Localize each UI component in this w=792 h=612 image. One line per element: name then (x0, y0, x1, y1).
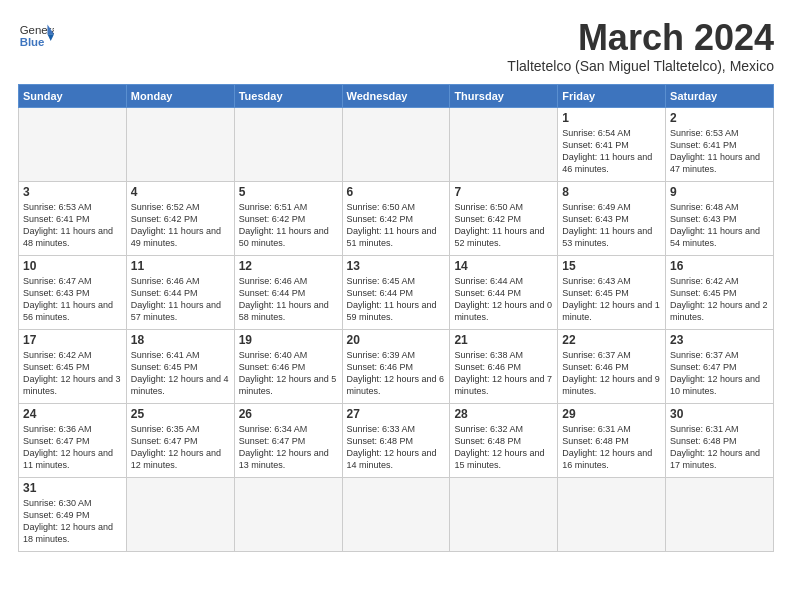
calendar-cell: 10Sunrise: 6:47 AM Sunset: 6:43 PM Dayli… (19, 255, 127, 329)
calendar-cell (666, 477, 774, 551)
day-number: 10 (23, 259, 122, 273)
day-number: 19 (239, 333, 338, 347)
day-number: 16 (670, 259, 769, 273)
calendar-cell (342, 107, 450, 181)
day-number: 9 (670, 185, 769, 199)
svg-marker-3 (47, 34, 54, 41)
calendar-cell: 28Sunrise: 6:32 AM Sunset: 6:48 PM Dayli… (450, 403, 558, 477)
day-number: 20 (347, 333, 446, 347)
calendar-cell: 25Sunrise: 6:35 AM Sunset: 6:47 PM Dayli… (126, 403, 234, 477)
day-info: Sunrise: 6:52 AM Sunset: 6:42 PM Dayligh… (131, 201, 230, 250)
day-info: Sunrise: 6:46 AM Sunset: 6:44 PM Dayligh… (239, 275, 338, 324)
week-row-3: 17Sunrise: 6:42 AM Sunset: 6:45 PM Dayli… (19, 329, 774, 403)
calendar-cell (126, 477, 234, 551)
calendar-table: SundayMondayTuesdayWednesdayThursdayFrid… (18, 84, 774, 552)
calendar-cell: 27Sunrise: 6:33 AM Sunset: 6:48 PM Dayli… (342, 403, 450, 477)
calendar-cell: 13Sunrise: 6:45 AM Sunset: 6:44 PM Dayli… (342, 255, 450, 329)
calendar-cell: 21Sunrise: 6:38 AM Sunset: 6:46 PM Dayli… (450, 329, 558, 403)
weekday-header-tuesday: Tuesday (234, 84, 342, 107)
calendar-cell: 18Sunrise: 6:41 AM Sunset: 6:45 PM Dayli… (126, 329, 234, 403)
calendar-cell: 19Sunrise: 6:40 AM Sunset: 6:46 PM Dayli… (234, 329, 342, 403)
day-number: 2 (670, 111, 769, 125)
day-number: 26 (239, 407, 338, 421)
weekday-header-thursday: Thursday (450, 84, 558, 107)
calendar-cell: 26Sunrise: 6:34 AM Sunset: 6:47 PM Dayli… (234, 403, 342, 477)
week-row-2: 10Sunrise: 6:47 AM Sunset: 6:43 PM Dayli… (19, 255, 774, 329)
day-info: Sunrise: 6:37 AM Sunset: 6:46 PM Dayligh… (562, 349, 661, 398)
calendar-page: General Blue March 2024 Tlaltetelco (San… (0, 0, 792, 562)
calendar-cell: 17Sunrise: 6:42 AM Sunset: 6:45 PM Dayli… (19, 329, 127, 403)
calendar-cell: 7Sunrise: 6:50 AM Sunset: 6:42 PM Daylig… (450, 181, 558, 255)
calendar-cell (450, 107, 558, 181)
day-info: Sunrise: 6:38 AM Sunset: 6:46 PM Dayligh… (454, 349, 553, 398)
calendar-cell: 8Sunrise: 6:49 AM Sunset: 6:43 PM Daylig… (558, 181, 666, 255)
day-number: 24 (23, 407, 122, 421)
day-number: 15 (562, 259, 661, 273)
calendar-cell: 2Sunrise: 6:53 AM Sunset: 6:41 PM Daylig… (666, 107, 774, 181)
calendar-cell: 20Sunrise: 6:39 AM Sunset: 6:46 PM Dayli… (342, 329, 450, 403)
day-number: 21 (454, 333, 553, 347)
day-info: Sunrise: 6:40 AM Sunset: 6:46 PM Dayligh… (239, 349, 338, 398)
week-row-1: 3Sunrise: 6:53 AM Sunset: 6:41 PM Daylig… (19, 181, 774, 255)
day-number: 18 (131, 333, 230, 347)
day-number: 8 (562, 185, 661, 199)
day-info: Sunrise: 6:43 AM Sunset: 6:45 PM Dayligh… (562, 275, 661, 324)
weekday-header-saturday: Saturday (666, 84, 774, 107)
day-info: Sunrise: 6:34 AM Sunset: 6:47 PM Dayligh… (239, 423, 338, 472)
day-info: Sunrise: 6:53 AM Sunset: 6:41 PM Dayligh… (670, 127, 769, 176)
day-number: 22 (562, 333, 661, 347)
logo-icon: General Blue (18, 18, 54, 54)
day-number: 25 (131, 407, 230, 421)
calendar-cell: 15Sunrise: 6:43 AM Sunset: 6:45 PM Dayli… (558, 255, 666, 329)
day-info: Sunrise: 6:41 AM Sunset: 6:45 PM Dayligh… (131, 349, 230, 398)
day-info: Sunrise: 6:54 AM Sunset: 6:41 PM Dayligh… (562, 127, 661, 176)
calendar-cell: 11Sunrise: 6:46 AM Sunset: 6:44 PM Dayli… (126, 255, 234, 329)
day-info: Sunrise: 6:50 AM Sunset: 6:42 PM Dayligh… (347, 201, 446, 250)
title-block: March 2024 Tlaltetelco (San Miguel Tlalt… (507, 18, 774, 74)
day-number: 12 (239, 259, 338, 273)
day-number: 5 (239, 185, 338, 199)
day-number: 3 (23, 185, 122, 199)
day-info: Sunrise: 6:53 AM Sunset: 6:41 PM Dayligh… (23, 201, 122, 250)
day-info: Sunrise: 6:44 AM Sunset: 6:44 PM Dayligh… (454, 275, 553, 324)
calendar-cell (342, 477, 450, 551)
day-number: 30 (670, 407, 769, 421)
calendar-cell (19, 107, 127, 181)
week-row-0: 1Sunrise: 6:54 AM Sunset: 6:41 PM Daylig… (19, 107, 774, 181)
day-info: Sunrise: 6:42 AM Sunset: 6:45 PM Dayligh… (23, 349, 122, 398)
calendar-cell: 31Sunrise: 6:30 AM Sunset: 6:49 PM Dayli… (19, 477, 127, 551)
day-number: 17 (23, 333, 122, 347)
location-title: Tlaltetelco (San Miguel Tlaltetelco), Me… (507, 58, 774, 74)
calendar-cell: 3Sunrise: 6:53 AM Sunset: 6:41 PM Daylig… (19, 181, 127, 255)
calendar-cell: 30Sunrise: 6:31 AM Sunset: 6:48 PM Dayli… (666, 403, 774, 477)
day-info: Sunrise: 6:33 AM Sunset: 6:48 PM Dayligh… (347, 423, 446, 472)
header: General Blue March 2024 Tlaltetelco (San… (18, 18, 774, 74)
weekday-header-sunday: Sunday (19, 84, 127, 107)
calendar-cell (558, 477, 666, 551)
calendar-cell: 12Sunrise: 6:46 AM Sunset: 6:44 PM Dayli… (234, 255, 342, 329)
day-number: 28 (454, 407, 553, 421)
calendar-cell: 14Sunrise: 6:44 AM Sunset: 6:44 PM Dayli… (450, 255, 558, 329)
day-info: Sunrise: 6:48 AM Sunset: 6:43 PM Dayligh… (670, 201, 769, 250)
logo: General Blue (18, 18, 54, 54)
day-info: Sunrise: 6:31 AM Sunset: 6:48 PM Dayligh… (670, 423, 769, 472)
calendar-cell (234, 477, 342, 551)
day-number: 23 (670, 333, 769, 347)
day-info: Sunrise: 6:37 AM Sunset: 6:47 PM Dayligh… (670, 349, 769, 398)
calendar-cell: 22Sunrise: 6:37 AM Sunset: 6:46 PM Dayli… (558, 329, 666, 403)
day-info: Sunrise: 6:46 AM Sunset: 6:44 PM Dayligh… (131, 275, 230, 324)
weekday-header-friday: Friday (558, 84, 666, 107)
day-number: 1 (562, 111, 661, 125)
day-number: 7 (454, 185, 553, 199)
calendar-cell (126, 107, 234, 181)
day-info: Sunrise: 6:30 AM Sunset: 6:49 PM Dayligh… (23, 497, 122, 546)
day-info: Sunrise: 6:50 AM Sunset: 6:42 PM Dayligh… (454, 201, 553, 250)
calendar-cell (234, 107, 342, 181)
calendar-cell: 5Sunrise: 6:51 AM Sunset: 6:42 PM Daylig… (234, 181, 342, 255)
day-info: Sunrise: 6:42 AM Sunset: 6:45 PM Dayligh… (670, 275, 769, 324)
day-info: Sunrise: 6:39 AM Sunset: 6:46 PM Dayligh… (347, 349, 446, 398)
svg-text:Blue: Blue (20, 36, 45, 48)
day-info: Sunrise: 6:31 AM Sunset: 6:48 PM Dayligh… (562, 423, 661, 472)
weekday-header-row: SundayMondayTuesdayWednesdayThursdayFrid… (19, 84, 774, 107)
day-number: 29 (562, 407, 661, 421)
